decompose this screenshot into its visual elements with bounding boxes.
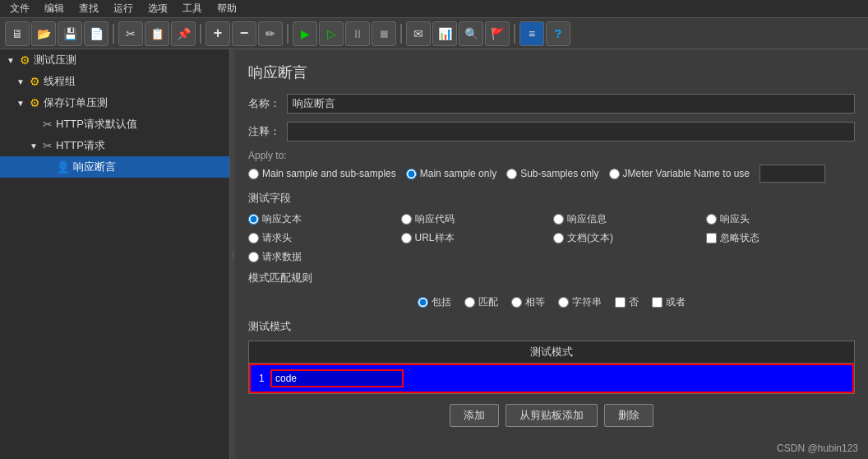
checkbox-or-label: 或者 [666,295,686,309]
main-layout: ▼ ⚙ 测试压测 ▼ ⚙ 线程组 ▼ ⚙ 保存订单压测 ✂ HTTP请求默认值 … [0,49,868,459]
scissors-icon: ✂ [43,118,53,131]
arrow-icon: ▼ [7,56,16,65]
add-button[interactable]: 添加 [450,404,499,427]
sidebar-item-http-req[interactable]: ▼ ✂ HTTP请求 [0,135,229,156]
row-num: 1 [254,371,270,386]
apply-to-label: Apply to: [248,150,855,161]
toolbar-template-btn[interactable]: 📄 [84,21,108,46]
radio-doc-text-input[interactable] [553,233,564,243]
checkbox-ignore-status[interactable]: 忽略状态 [706,231,856,245]
menu-options[interactable]: 选项 [141,0,174,17]
checkbox-or-input[interactable] [652,297,663,308]
gear-icon: ⚙ [20,53,30,67]
radio-req-header-input[interactable] [248,233,259,243]
toolbar-email-btn[interactable]: ✉ [406,21,431,46]
bottom-buttons: 添加 从剪贴板添加 删除 [248,404,855,427]
radio-match[interactable]: 匹配 [464,295,498,309]
toolbar-chart-btn[interactable]: 📊 [432,21,457,46]
sidebar-item-thread[interactable]: ▼ ⚙ 线程组 [0,71,229,92]
radio-req-header-label: 请求头 [262,231,292,245]
toolbar-screen-btn[interactable]: 🖥 [5,21,30,46]
radio-doc-text[interactable]: 文档(文本) [553,231,703,245]
comment-input[interactable] [287,122,855,141]
radio-resp-text-input[interactable] [248,214,259,225]
delete-button[interactable]: 删除 [604,404,653,427]
sidebar-item-test[interactable]: ▼ ⚙ 测试压测 [0,49,229,71]
radio-main-only[interactable]: Main sample only [406,168,496,179]
checkbox-or[interactable]: 或者 [652,295,686,309]
toolbar-add-btn[interactable]: + [205,21,230,46]
toolbar-cut-btn[interactable]: ✂ [118,21,143,46]
toolbar-open-btn[interactable]: 📂 [31,21,56,46]
name-input[interactable] [287,94,855,114]
jmeter-var-text-input[interactable] [760,165,825,183]
add-clipboard-button[interactable]: 从剪贴板添加 [506,404,598,427]
test-mode-input[interactable] [270,369,404,387]
toolbar-clear-btn[interactable]: ✏ [258,21,283,46]
radio-req-data-input[interactable] [248,252,259,262]
sidebar-item-http-default[interactable]: ✂ HTTP请求默认值 [0,114,229,135]
radio-req-data[interactable]: 请求数据 [248,250,398,264]
radio-resp-code-input[interactable] [401,214,412,225]
pattern-rule-title: 模式匹配规则 [248,271,855,285]
menu-help[interactable]: 帮助 [210,0,243,17]
toolbar-pause-btn[interactable]: ⏸ [345,21,370,46]
radio-jmeter-var[interactable]: JMeter Variable Name to use [609,168,750,179]
radio-resp-code[interactable]: 响应代码 [401,212,551,226]
sidebar-item-assert[interactable]: 👤 响应断言 [0,156,229,178]
toolbar-sep3 [287,24,289,44]
radio-string-input[interactable] [558,297,569,308]
radio-resp-info[interactable]: 响应信息 [553,212,703,226]
checkbox-not-input[interactable] [615,297,626,308]
scissors-icon2: ✂ [43,139,53,152]
radio-include-input[interactable] [418,297,428,308]
radio-resp-info-input[interactable] [553,214,564,225]
radio-equal[interactable]: 相等 [511,295,545,309]
menu-file[interactable]: 文件 [3,0,36,17]
toolbar-help-btn[interactable]: ? [546,21,570,46]
toolbar-start-btn[interactable]: ▷ [319,21,344,46]
radio-url-sample[interactable]: URL样本 [401,231,551,245]
content-panel: 响应断言 名称： 注释： Apply to: Main sample and s… [235,49,868,459]
radio-include[interactable]: 包括 [418,295,451,309]
menu-find[interactable]: 查找 [72,0,105,17]
radio-resp-text[interactable]: 响应文本 [248,212,398,226]
radio-match-input[interactable] [464,297,475,308]
arrow-icon3: ▼ [16,99,26,108]
radio-url-sample-input[interactable] [401,233,412,243]
radio-string[interactable]: 字符串 [558,295,602,309]
checkbox-ignore-status-input[interactable] [706,233,717,243]
radio-resp-header[interactable]: 响应头 [706,212,856,226]
menu-tools[interactable]: 工具 [176,0,209,17]
radio-main-sub-input[interactable] [248,169,259,179]
sidebar-item-save[interactable]: ▼ ⚙ 保存订单压测 [0,92,229,114]
menu-edit[interactable]: 编辑 [38,0,71,17]
toolbar-remove-btn[interactable]: − [232,21,256,46]
radio-sub-only[interactable]: Sub-samples only [506,168,598,179]
radio-url-sample-label: URL样本 [415,231,455,245]
radio-main-sub[interactable]: Main sample and sub-samples [248,168,396,179]
radio-main-only-input[interactable] [406,169,417,179]
toolbar-copy-btn[interactable]: 📋 [145,21,169,46]
gear-icon2: ⚙ [30,75,40,88]
radio-string-label: 字符串 [572,295,602,309]
toolbar-search-btn[interactable]: 🔍 [459,21,483,46]
toolbar-table-btn[interactable]: ≡ [519,21,544,46]
toolbar-save-btn[interactable]: 💾 [58,21,82,46]
test-mode-section-title: 测试模式 [248,319,855,334]
toolbar-stop-btn[interactable]: ⏹ [372,21,396,46]
radio-include-label: 包括 [432,295,451,309]
radio-resp-header-input[interactable] [706,214,717,225]
menu-run[interactable]: 运行 [107,0,140,17]
toolbar-flag-btn[interactable]: 🚩 [485,21,510,46]
comment-row: 注释： [248,122,855,141]
toolbar-paste-btn[interactable]: 📌 [171,21,196,46]
radio-sub-only-input[interactable] [506,169,517,179]
checkbox-not[interactable]: 否 [615,295,639,309]
radio-equal-input[interactable] [511,297,522,308]
arrow-icon4 [30,120,39,129]
toolbar-run-btn[interactable]: ▶ [293,21,317,46]
radio-jmeter-var-input[interactable] [609,169,620,179]
sidebar-label-test: 测试压测 [34,53,76,67]
radio-req-header[interactable]: 请求头 [248,231,398,245]
